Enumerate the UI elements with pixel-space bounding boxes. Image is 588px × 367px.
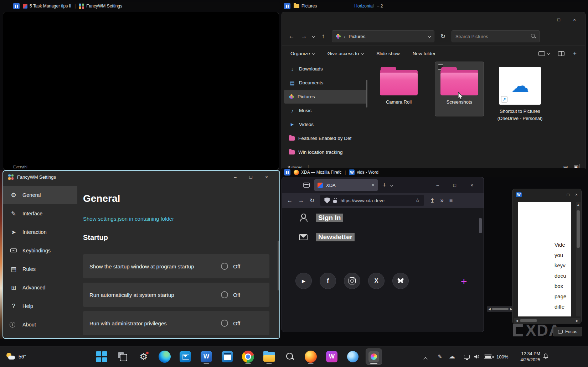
sidebar-item-features-folder[interactable]: Features Enabled by Def [284,131,367,145]
scroll-up-icon[interactable]: ▲ [576,202,581,206]
youtube-icon[interactable]: ▶ [295,273,312,289]
blue-app-taskbar-button[interactable] [345,349,361,365]
sidebar-scrollbar[interactable] [366,80,367,108]
scroll-left-icon[interactable]: ◀ [516,319,518,323]
recent-locations-chevron[interactable] [312,35,315,38]
shortcut-tile-onedrive-pictures[interactable]: ☁ ↗ Shortcut to Pictures (OneDrive - Per… [495,62,545,122]
up-button[interactable]: ↑ [319,33,327,40]
change-view-button[interactable] [538,51,550,56]
scroll-thumb[interactable] [520,319,537,322]
lock-icon[interactable] [333,200,337,203]
search-icon[interactable] [531,34,536,39]
nav-item-general[interactable]: ⚙ General [3,186,77,204]
fancywm-titlebar[interactable]: FancyWM Settings – □ × [3,171,279,183]
close-button[interactable]: × [259,172,274,182]
calendar-taskbar-button[interactable] [220,349,235,365]
explorer-taskbar-button[interactable] [261,349,277,365]
url-text[interactable]: https://www.xda-deve [340,198,412,203]
onedrive-tray-icon[interactable]: ☁ [449,353,455,360]
page-scrollbar[interactable] [479,218,482,233]
nav-item-interaction[interactable]: ➤ Interaction [3,223,77,241]
sidebar-item-downloads[interactable]: ↓ Downloads [284,62,367,76]
clock[interactable]: 12:34 PM 4/25/2025 [510,351,540,363]
settings-taskbar-button[interactable]: ⚙ [136,349,151,365]
sidebar-item-music[interactable]: ♪ Music [284,104,367,117]
nav-item-keybindings[interactable]: Keybindings [3,241,77,260]
vertical-scrollbar[interactable]: ▲ [576,202,581,316]
expand-ribbon-button[interactable]: + [573,50,577,57]
mini-hscrollbar[interactable]: ◀ ▶ [487,306,514,312]
app-menu-icon[interactable]: ≡ [449,197,453,204]
maximize-button[interactable]: □ [452,183,458,188]
sidebar-item-win-location-folder[interactable]: Win location tracking [284,145,367,159]
strip-tab-article[interactable]: 5 Task Manager tips II [23,4,71,9]
start-button[interactable] [94,349,109,365]
new-tab-button[interactable]: + [382,182,386,189]
share-icon[interactable]: ↥ [430,197,434,204]
task-view-button[interactable] [115,349,130,365]
instagram-icon[interactable] [344,273,360,289]
back-button[interactable]: ← [287,197,293,204]
close-button[interactable]: × [575,192,578,197]
close-button[interactable]: × [567,14,582,25]
organize-menu[interactable]: Organize [290,51,315,56]
overflow-menu-icon[interactable]: » [440,197,444,204]
sidebar-item-videos[interactable]: ▶ Videos [284,117,367,131]
display-tray-icon[interactable] [464,355,470,359]
search-taskbar-button[interactable] [282,349,298,365]
outlook-taskbar-button[interactable] [177,349,193,365]
strip-tab-fancywm[interactable]: FancyWM Settings [79,4,122,9]
nav-item-rules[interactable]: ▤ Rules [3,260,77,278]
maximize-button[interactable]: □ [243,172,259,182]
forward-button[interactable]: → [298,197,304,204]
slide-show-button[interactable]: Slide show [376,51,399,56]
media-window[interactable]: Everythi [3,12,279,170]
reload-button[interactable]: ↻ [310,197,314,204]
panel-layout-icon[interactable] [284,169,290,175]
search-input[interactable] [455,34,531,39]
tab-close-icon[interactable]: × [372,182,375,188]
battery-icon[interactable] [484,355,492,359]
minimize-button[interactable]: – [535,14,551,25]
nav-item-about[interactable]: i About [3,315,77,334]
bookmark-star-icon[interactable]: ☆ [415,197,420,204]
address-bar[interactable]: › Pictures [332,30,434,42]
word-titlebar[interactable]: – □ × [512,189,581,200]
toggle-switch[interactable] [221,263,228,270]
sign-in-link[interactable]: Sign In [316,214,343,222]
sidebar-item-documents[interactable]: ▤ Documents [284,76,367,90]
address-dropdown-chevron[interactable] [428,35,431,38]
edge-taskbar-button[interactable] [157,349,172,365]
preview-pane-button[interactable] [558,51,564,56]
document-page[interactable]: Vide you keyv docu box page diffe [518,202,571,316]
chrome-taskbar-button[interactable] [240,349,256,365]
browser-tab-xda[interactable]: XDA × [314,179,378,191]
minimize-button[interactable]: – [434,183,441,188]
scroll-thumb[interactable] [492,308,509,310]
newsletter-link[interactable]: Newsletter [316,233,355,241]
active-app-taskbar-button[interactable] [366,349,382,365]
settings-json-link[interactable]: Show settings.json in containing folder [83,216,174,222]
notification-bell-icon[interactable] [543,353,548,361]
focus-mode-button[interactable]: Focus [553,327,582,336]
scroll-thumb[interactable] [577,210,580,248]
scroll-right-icon[interactable]: ▶ [576,319,578,323]
forward-button[interactable]: → [300,33,308,40]
minimize-button[interactable]: – [559,192,561,197]
toggle-switch[interactable] [221,291,228,298]
panel-layout-icon[interactable] [284,3,290,9]
back-button[interactable]: ← [288,33,295,40]
x-icon[interactable]: X [368,273,385,289]
close-button[interactable]: × [469,183,475,188]
new-folder-button[interactable]: New folder [413,51,436,56]
nav-item-interface[interactable]: ✎ Interface [3,204,77,223]
refresh-button[interactable]: ↻ [439,33,447,40]
tab-manager-icon[interactable] [303,183,310,188]
folder-tile-camera-roll[interactable]: Camera Roll [374,62,424,116]
maximize-button[interactable]: □ [551,14,567,25]
pen-icon[interactable]: ✎ [438,353,442,360]
strip-tab-word[interactable]: vids - Word [349,169,378,175]
list-tabs-chevron[interactable] [390,184,393,187]
word-taskbar-button[interactable]: W [198,349,214,365]
facebook-icon[interactable]: f [320,273,336,289]
